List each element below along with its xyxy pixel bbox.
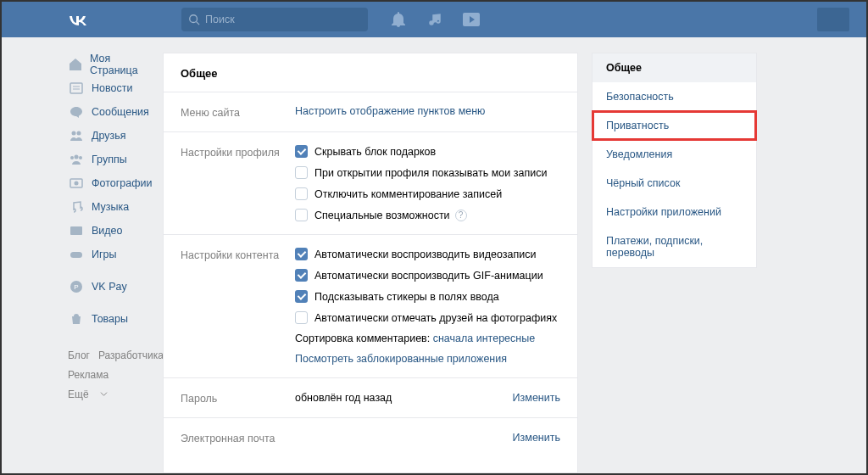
blocked-apps-link[interactable]: Посмотреть заблокированные приложения bbox=[295, 353, 507, 365]
row-email: Электронная почта Изменить bbox=[164, 418, 577, 457]
row-content-settings: Настройки контента Автоматически воспрои… bbox=[164, 235, 577, 378]
site-menu-link[interactable]: Настроить отображение пунктов меню bbox=[295, 105, 485, 117]
settings-nav: Общее Безопасность Приватность Уведомлен… bbox=[592, 53, 757, 268]
nav-games[interactable]: Игры bbox=[68, 243, 154, 266]
svg-point-10 bbox=[79, 156, 82, 159]
music-nav-icon bbox=[68, 198, 85, 215]
rnav-notifications[interactable]: Уведомления bbox=[593, 140, 756, 169]
check-hide-gifts[interactable]: Скрывать блок подарков bbox=[295, 145, 560, 158]
comment-sort-link[interactable]: сначала интересные bbox=[433, 332, 535, 344]
rnav-security[interactable]: Безопасность bbox=[593, 82, 756, 111]
email-change[interactable]: Изменить bbox=[513, 432, 560, 444]
check-suggest-stickers[interactable]: Подсказывать стикеры в полях ввода bbox=[295, 290, 560, 303]
logo[interactable] bbox=[68, 10, 88, 30]
footer-more[interactable]: Ещё bbox=[68, 385, 108, 405]
svg-point-0 bbox=[190, 15, 198, 23]
nav-photos[interactable]: Фотографии bbox=[68, 171, 154, 195]
left-sidebar: Моя Страница Новости Сообщения Друзья Гр… bbox=[2, 53, 163, 473]
pay-icon: P bbox=[68, 278, 85, 295]
svg-rect-13 bbox=[70, 226, 82, 235]
footer-links: БлогРазработчикам РекламаЕщё bbox=[68, 346, 154, 404]
video-icon[interactable] bbox=[463, 13, 480, 26]
notifications-icon[interactable] bbox=[392, 12, 405, 27]
svg-point-7 bbox=[77, 131, 81, 136]
checkbox-icon bbox=[295, 187, 308, 200]
nav-my-page[interactable]: Моя Страница bbox=[68, 53, 154, 76]
svg-rect-14 bbox=[70, 252, 82, 258]
rnav-privacy[interactable]: Приватность bbox=[593, 111, 756, 140]
checkbox-icon bbox=[295, 311, 308, 324]
profile-menu[interactable] bbox=[817, 8, 849, 31]
svg-point-9 bbox=[70, 156, 74, 159]
nav-news[interactable]: Новости bbox=[68, 76, 154, 100]
topbar: Поиск bbox=[2, 2, 866, 37]
checkbox-icon bbox=[295, 166, 308, 179]
top-icons bbox=[392, 12, 480, 27]
search-icon bbox=[188, 14, 200, 25]
svg-point-8 bbox=[75, 155, 79, 159]
search-input[interactable]: Поиск bbox=[181, 8, 368, 31]
search-placeholder: Поиск bbox=[205, 14, 235, 25]
row-password: Пароль обновлён год назад Изменить bbox=[164, 378, 577, 418]
messages-icon bbox=[68, 103, 85, 120]
home-icon bbox=[68, 56, 83, 73]
footer-devs[interactable]: Разработчикам bbox=[98, 349, 170, 361]
password-change[interactable]: Изменить bbox=[513, 392, 560, 404]
check-autoplay-video[interactable]: Автоматически воспроизводить видеозаписи bbox=[295, 248, 560, 260]
groups-icon bbox=[68, 151, 85, 168]
nav-market[interactable]: Товары bbox=[68, 307, 154, 331]
photos-icon bbox=[68, 175, 85, 192]
svg-text:P: P bbox=[74, 283, 78, 291]
rnav-blacklist[interactable]: Чёрный список bbox=[593, 169, 756, 198]
nav-music[interactable]: Музыка bbox=[68, 195, 154, 219]
nav-vkpay[interactable]: PVK Pay bbox=[68, 275, 154, 299]
nav-friends[interactable]: Друзья bbox=[68, 124, 154, 148]
checkbox-icon bbox=[295, 145, 308, 158]
check-autoplay-gif[interactable]: Автоматически воспроизводить GIF-анимаци… bbox=[295, 269, 560, 282]
row-profile-settings: Настройки профиля Скрывать блок подарков… bbox=[164, 132, 577, 235]
check-accessibility[interactable]: Специальные возможности? bbox=[295, 209, 560, 221]
svg-rect-3 bbox=[70, 83, 82, 93]
comment-sort: Сортировка комментариев: сначала интерес… bbox=[295, 332, 560, 344]
svg-point-6 bbox=[72, 131, 76, 136]
help-icon[interactable]: ? bbox=[455, 210, 467, 221]
friends-icon bbox=[68, 127, 85, 144]
news-icon bbox=[68, 80, 85, 97]
rnav-payments[interactable]: Платежи, подписки, переводы bbox=[593, 226, 756, 267]
checkbox-icon bbox=[295, 269, 308, 282]
settings-panel: Общее Меню сайта Настроить отображение п… bbox=[163, 53, 578, 473]
check-show-posts[interactable]: При открытии профиля показывать мои запи… bbox=[295, 166, 560, 179]
video-nav-icon bbox=[68, 222, 85, 239]
check-autotag[interactable]: Автоматически отмечать друзей на фотогра… bbox=[295, 311, 560, 324]
row-site-menu: Меню сайта Настроить отображение пунктов… bbox=[164, 92, 577, 132]
checkbox-icon bbox=[295, 290, 308, 303]
svg-point-12 bbox=[75, 182, 79, 186]
checkbox-icon bbox=[295, 209, 308, 221]
password-status: обновлён год назад bbox=[295, 392, 392, 404]
nav-groups[interactable]: Группы bbox=[68, 148, 154, 171]
nav-video[interactable]: Видео bbox=[68, 219, 154, 243]
checkbox-icon bbox=[295, 248, 308, 260]
footer-blog[interactable]: Блог bbox=[68, 349, 90, 361]
nav-messages[interactable]: Сообщения bbox=[68, 100, 154, 124]
games-icon bbox=[68, 246, 85, 263]
rnav-general[interactable]: Общее bbox=[593, 53, 756, 82]
rnav-apps[interactable]: Настройки приложений bbox=[593, 198, 756, 226]
check-disable-comments[interactable]: Отключить комментирование записей bbox=[295, 187, 560, 200]
footer-ads[interactable]: Реклама bbox=[68, 369, 108, 381]
svg-line-1 bbox=[197, 22, 200, 25]
market-icon bbox=[68, 310, 85, 327]
settings-title: Общее bbox=[164, 53, 577, 92]
music-icon[interactable] bbox=[427, 13, 441, 26]
